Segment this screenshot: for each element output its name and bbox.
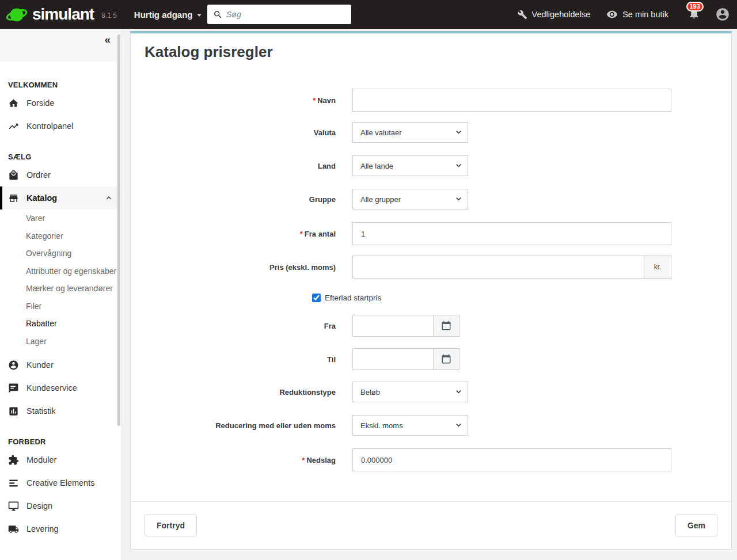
profile-icon [715, 7, 730, 22]
brand-logo[interactable]: simulant [0, 2, 94, 26]
sidebar-subitem-attributter[interactable]: Attributter og egenskaber [0, 262, 121, 280]
search-box [207, 5, 351, 24]
efterlad-startpris-label: Efterlad startpris [325, 294, 381, 302]
efterlad-startpris-checkbox[interactable] [312, 294, 321, 302]
chevron-up-icon [105, 194, 113, 204]
navn-input[interactable] [352, 89, 671, 112]
sidebar: « VELKOMMEN Forside Kontrolpanel SÆLG Or… [0, 29, 121, 560]
required-marker: * [302, 456, 305, 464]
save-button[interactable]: Gem [675, 515, 717, 536]
sidebar-subitem-maerker[interactable]: Mærker og leverandører [0, 280, 121, 298]
nedslag-label: *Nedslag [145, 456, 336, 464]
form-card: Katalog prisregler *Navn Valuta Alle val… [130, 31, 732, 550]
sidebar-item-statistik[interactable]: Statistik [0, 399, 121, 422]
caret-down-icon [197, 14, 202, 17]
trending-up-icon [8, 121, 19, 132]
sidebar-item-katalog[interactable]: Katalog [0, 186, 121, 209]
view-shop-link[interactable]: Se min butik [606, 9, 668, 20]
sidebar-subitem-overvaagning[interactable]: Overvågning [0, 245, 121, 262]
eye-icon [606, 9, 618, 20]
sidebar-subitem-varer[interactable]: Varer [0, 209, 121, 227]
sidebar-subitem-kategorier[interactable]: Kategorier [0, 227, 121, 245]
fra-antal-input[interactable] [352, 222, 671, 245]
til-label: Til [145, 355, 336, 364]
currency-addon: kr. [644, 256, 671, 278]
shopping-bag-icon [8, 170, 19, 181]
reduktionstype-label: Reduktionstype [145, 388, 336, 397]
search-input[interactable] [226, 5, 351, 24]
gruppe-label: Gruppe [145, 195, 336, 204]
sidebar-item-levering[interactable]: Levering [0, 517, 121, 540]
fra-date-input[interactable] [353, 315, 433, 336]
sidebar-item-moduler[interactable]: Moduler [0, 448, 121, 471]
reducering-label: Reducering med eller uden moms [145, 421, 336, 430]
sidebar-item-design[interactable]: Design [0, 494, 121, 517]
sidebar-section-velkommen: VELKOMMEN [0, 81, 121, 89]
sidebar-section-saelg: SÆLG [0, 153, 121, 161]
til-date-input[interactable] [353, 349, 433, 369]
nedslag-input[interactable] [352, 448, 671, 471]
sidebar-item-kontrolpanel[interactable]: Kontrolpanel [0, 115, 121, 138]
truck-icon [8, 524, 19, 535]
monitor-icon [8, 501, 19, 512]
pris-label: Pris (ekskl. moms) [145, 263, 336, 272]
land-select[interactable]: Alle lande [352, 155, 468, 176]
search-icon [213, 10, 223, 20]
topbar: simulant 8.1.5 Hurtig adgang Vedligehold… [0, 0, 737, 29]
sidebar-item-kunder[interactable]: Kunder [0, 353, 121, 376]
main-content: Katalog prisregler *Navn Valuta Alle val… [121, 29, 737, 560]
required-marker: * [313, 96, 316, 105]
bar-chart-icon [8, 406, 19, 417]
price-rule-form: *Navn Valuta Alle valutaer Land Alle lan… [131, 61, 731, 501]
sidebar-item-kundeservice[interactable]: Kundeservice [0, 376, 121, 399]
notifications-button[interactable]: 193 [688, 7, 700, 22]
planet-logo-icon [5, 2, 29, 26]
bars-icon [8, 478, 19, 489]
navn-label: *Navn [145, 96, 336, 105]
form-footer: Fortryd Gem [131, 501, 731, 549]
sidebar-item-ordrer[interactable]: Ordrer [0, 163, 121, 186]
brand-name: simulant [32, 5, 94, 24]
katalog-submenu: Varer Kategorier Overvågning Attributter… [0, 209, 121, 353]
sidebar-header: « [0, 29, 121, 62]
sidebar-section-forbedr: FORBEDR [0, 437, 121, 446]
cancel-button[interactable]: Fortryd [145, 515, 197, 536]
calendar-icon[interactable] [433, 315, 459, 336]
pris-input[interactable] [353, 256, 644, 278]
required-marker: * [300, 230, 303, 238]
person-icon [8, 360, 19, 371]
profile-button[interactable] [715, 7, 730, 22]
wrench-icon [518, 10, 527, 20]
home-icon [8, 98, 19, 109]
fra-label: Fra [145, 322, 336, 330]
reducering-select[interactable]: Ekskl. moms [352, 415, 468, 436]
sidebar-item-forside[interactable]: Forside [0, 92, 121, 115]
valuta-label: Valuta [145, 128, 336, 137]
version-label: 8.1.5 [101, 12, 117, 20]
quick-access-dropdown[interactable]: Hurtig adgang [134, 10, 202, 20]
gruppe-select[interactable]: Alle grupper [352, 189, 468, 209]
sidebar-subitem-lager[interactable]: Lager [0, 333, 121, 351]
fra-antal-label: *Fra antal [145, 230, 336, 238]
valuta-select[interactable]: Alle valutaer [352, 122, 468, 143]
chat-bubble-icon [8, 383, 19, 394]
calendar-icon[interactable] [433, 349, 459, 369]
puzzle-icon [8, 455, 19, 466]
sidebar-item-creative-elements[interactable]: Creative Elements [0, 471, 121, 494]
sidebar-collapse-button[interactable]: « [104, 33, 111, 46]
sidebar-subitem-filer[interactable]: Filer [0, 298, 121, 315]
store-icon [8, 193, 19, 204]
page-title: Katalog prisregler [145, 43, 717, 61]
reduktionstype-select[interactable]: Beløb [352, 382, 468, 402]
maintenance-link[interactable]: Vedligeholdelse [518, 10, 591, 20]
sidebar-subitem-rabatter[interactable]: Rabatter [0, 315, 121, 333]
notification-badge: 193 [686, 2, 704, 12]
sidebar-scrollbar[interactable] [117, 35, 120, 426]
land-label: Land [145, 162, 336, 170]
